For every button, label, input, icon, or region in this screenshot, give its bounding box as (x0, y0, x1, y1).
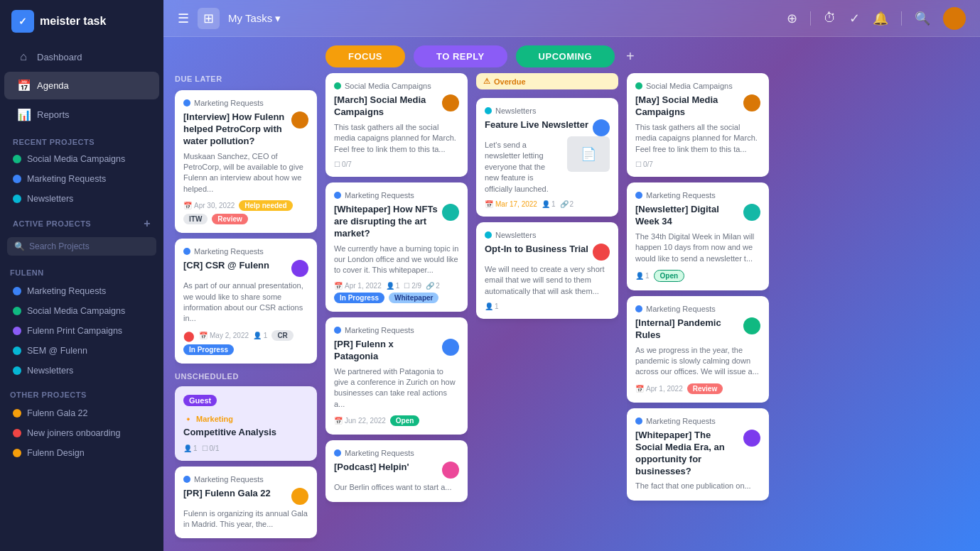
reports-icon: 📊 (17, 108, 30, 121)
avatar[interactable] (943, 7, 966, 30)
task-card[interactable]: Marketing Requests [PR] Fulenn Gala 22 F… (175, 467, 317, 539)
task-card[interactable]: Marketing Requests [Whitepaper] The Soci… (627, 408, 769, 501)
task-card[interactable]: Social Media Campaigns [May] Social Medi… (627, 73, 769, 177)
meta-tasks: ☐ 0/1 (202, 444, 220, 452)
sidebar: ✓ meister task ⌂ Dashboard 📅 Agenda 📊 Re… (0, 0, 163, 551)
task-card[interactable]: Marketing Requests [Podcast] Helpin' Our… (325, 440, 468, 501)
project-dot (334, 449, 341, 457)
task-card-guest[interactable]: Guest 🔸 Marketing Competitive Analysis 👤… (175, 386, 317, 461)
task-card[interactable]: Marketing Requests [Internal] Pandemic R… (627, 296, 769, 403)
card-header: [Internal] Pandemic Rules (635, 317, 760, 342)
other-project-onboarding[interactable]: New joiners onboarding (0, 423, 163, 443)
overdue-header: ⚠ Overdue (476, 73, 618, 89)
sidebar-item-label: Reports (37, 109, 70, 120)
project-color-dot (13, 347, 21, 355)
task-card[interactable]: Newsletters Feature Live Newsletter Let'… (476, 98, 618, 217)
meta-tasks: ☐ 0/7 (334, 160, 352, 168)
other-project-gala[interactable]: Fulenn Gala 22 (0, 403, 163, 423)
agenda-icon: 📅 (17, 79, 30, 92)
recent-projects-section: Recent Projects (0, 129, 163, 149)
add-project-button[interactable]: + (144, 217, 151, 230)
check-icon[interactable]: ✓ (849, 11, 860, 26)
focus-tab[interactable]: FOCUS (325, 45, 405, 67)
page-title[interactable]: My Tasks ▾ (228, 12, 281, 25)
task-card[interactable]: Marketing Requests [Whitepaper] How NFTs… (325, 182, 468, 312)
card-project: Marketing Requests (635, 191, 760, 200)
card-project: Marketing Requests (334, 326, 459, 334)
sidebar-item-agenda[interactable]: 📅 Agenda (4, 72, 159, 99)
board-col-upcoming: Social Media Campaigns [May] Social Medi… (627, 73, 769, 542)
card-avatar (291, 111, 308, 129)
card-footer: 📅 Apr 1, 2022 👤 1 ☐ 2/9 🔗 2 (334, 282, 459, 290)
project-dot (635, 418, 642, 425)
card-project: Marketing Requests (334, 191, 459, 200)
project-dot (183, 99, 190, 107)
upcoming-tab[interactable]: UPCOMING (516, 45, 615, 67)
notification-icon[interactable]: 🔔 (873, 11, 888, 26)
recent-project-social-media[interactable]: Social Media Campaigns (0, 149, 163, 169)
project-color-dot (13, 175, 21, 183)
task-card[interactable]: Marketing Requests [CR] CSR @ Fulenn As … (175, 239, 317, 364)
topbar-right: ⊕ ⏱ ✓ 🔔 🔍 (787, 7, 966, 30)
project-dot (485, 231, 492, 239)
add-column-button[interactable]: + (626, 48, 635, 65)
divider (901, 11, 902, 26)
main-content: ☰ ⊞ My Tasks ▾ ⊕ ⏱ ✓ 🔔 🔍 FOCUS TO REPLY … (163, 0, 980, 551)
sidebar-item-reports[interactable]: 📊 Reports (4, 101, 159, 129)
card-project: Newsletters (485, 231, 610, 239)
meta-tasks: ☐ 0/7 (635, 160, 653, 168)
task-card[interactable]: Marketing Requests [PR] Fulenn x Patagon… (325, 317, 468, 435)
hamburger-icon[interactable]: ☰ (178, 11, 189, 26)
search-icon[interactable]: 🔍 (915, 11, 930, 26)
other-projects-label: OTHER PROJECTS (0, 386, 163, 403)
sidebar-toggle-icon[interactable]: ⊞ (198, 8, 220, 29)
card-footer: 📅 Mar 17, 2022 👤 1 🔗 2 (485, 200, 610, 208)
fulenn-project-marketing[interactable]: Marketing Requests (0, 281, 163, 301)
badge-review: Review (212, 214, 247, 224)
recent-project-marketing[interactable]: Marketing Requests (0, 169, 163, 189)
fulenn-project-sem[interactable]: SEM @ Fulenn (0, 341, 163, 361)
project-dot (334, 82, 341, 89)
card-avatar (743, 430, 760, 447)
other-project-design[interactable]: Fulenn Design (0, 443, 163, 463)
card-footer: ☐ 0/7 (334, 160, 459, 168)
task-card[interactable]: Newsletters Opt-In to Business Trial We … (476, 222, 618, 319)
task-card[interactable]: Social Media Campaigns [March] Social Me… (325, 73, 468, 177)
app-logo[interactable]: ✓ meister task (0, 0, 163, 43)
timer-icon[interactable]: ⏱ (824, 11, 836, 26)
recent-project-newsletters[interactable]: Newsletters (0, 189, 163, 209)
fulenn-project-social[interactable]: Social Media Campaigns (0, 301, 163, 321)
task-card[interactable]: Marketing Requests [Interview] How Fulen… (175, 90, 317, 233)
meta: 👤 1 (542, 200, 556, 208)
card-badges: In Progress Whitepaper (334, 293, 459, 303)
card-image: 📄 (567, 136, 610, 172)
card-avatar (743, 94, 760, 111)
meta: 🔗 2 (426, 282, 440, 290)
card-date: 📅 Apr 1, 2022 (334, 282, 382, 290)
badge-inprogress: In Progress (334, 293, 384, 303)
fulenn-project-print[interactable]: Fulenn Print Campaigns (0, 321, 163, 341)
card-header: [CR] CSR @ Fulenn (183, 260, 308, 277)
sidebar-item-dashboard[interactable]: ⌂ Dashboard (4, 43, 159, 70)
card-date-overdue: 📅 Mar 17, 2022 (485, 200, 537, 208)
card-header: [PR] Fulenn Gala 22 (183, 488, 308, 505)
project-dot (635, 305, 642, 312)
task-card[interactable]: Marketing Requests [Newsletter] Digital … (627, 182, 769, 290)
add-icon[interactable]: ⊕ (787, 11, 797, 26)
card-avatar (743, 317, 760, 334)
meta: 👤 1 (635, 272, 650, 280)
project-dot (635, 192, 642, 199)
card-project: Marketing Requests (183, 247, 308, 256)
card-avatar (442, 204, 459, 221)
card-header: [Whitepaper] The Social Media Era, an op… (635, 430, 760, 478)
badge-inprogress: In Progress (183, 344, 234, 355)
meta: 👤 1 (485, 302, 499, 310)
project-color-dot (13, 287, 21, 295)
card-footer: 📅 Jun 22, 2022 Open (334, 415, 459, 426)
search-input[interactable] (29, 241, 149, 251)
fulenn-project-newsletters[interactable]: Newsletters (0, 361, 163, 381)
toreply-tab[interactable]: TO REPLY (414, 45, 507, 67)
card-footer: 📅 Apr 1, 2022 Review (635, 383, 760, 394)
search-projects-box[interactable]: 🔍 (7, 237, 156, 256)
card-badges: In Progress (183, 344, 308, 355)
